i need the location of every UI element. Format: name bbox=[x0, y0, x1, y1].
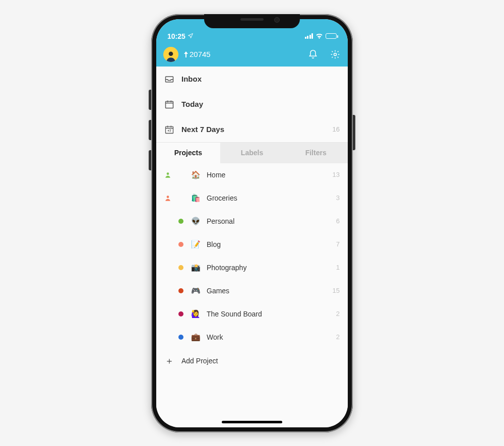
shared-person-icon bbox=[164, 195, 171, 202]
home-indicator[interactable] bbox=[222, 421, 282, 423]
project-row[interactable]: 🛍️Groceries3 bbox=[156, 186, 348, 210]
project-color-dot bbox=[178, 311, 183, 316]
project-color-dot bbox=[178, 219, 183, 224]
screen: 10:25 20745 bbox=[156, 19, 348, 427]
svg-point-1 bbox=[334, 53, 337, 55]
project-row[interactable]: 🎮Games15 bbox=[156, 279, 348, 302]
project-name: Photography bbox=[207, 264, 330, 272]
svg-text:+7: +7 bbox=[167, 129, 171, 133]
nav-inbox[interactable]: Inbox bbox=[156, 67, 348, 92]
nav-next7days[interactable]: +7 Next 7 Days 16 bbox=[156, 117, 348, 142]
battery-icon bbox=[326, 33, 337, 39]
project-count: 13 bbox=[333, 171, 340, 178]
calendar-today-icon bbox=[164, 99, 174, 109]
inbox-icon bbox=[164, 74, 174, 84]
nav-count: 16 bbox=[333, 125, 340, 133]
nav-label: Inbox bbox=[181, 75, 333, 83]
cellular-signal-icon bbox=[305, 33, 313, 39]
project-list: 🏠Home13🛍️Groceries3👽Personal6📝Blog7📸Phot… bbox=[156, 163, 348, 349]
project-row[interactable]: 💼Work2 bbox=[156, 326, 348, 349]
tab-labels[interactable]: Labels bbox=[220, 143, 284, 163]
plus-icon: ＋ bbox=[164, 355, 174, 367]
add-project-button[interactable]: ＋ Add Project bbox=[156, 349, 348, 373]
main-content: Inbox Today +7 Next 7 Days 16 Projects bbox=[156, 67, 348, 427]
shared-person-icon bbox=[164, 171, 171, 178]
karma-score[interactable]: 20745 bbox=[183, 50, 211, 58]
project-count: 3 bbox=[336, 194, 340, 202]
project-emoji-icon: 🙋‍♀️ bbox=[191, 309, 201, 318]
tab-projects[interactable]: Projects bbox=[156, 143, 220, 163]
project-row[interactable]: 📸Photography1 bbox=[156, 256, 348, 279]
project-emoji-icon: 📝 bbox=[191, 240, 201, 249]
project-emoji-icon: 📸 bbox=[191, 263, 201, 272]
tab-bar: Projects Labels Filters bbox=[156, 142, 348, 163]
app-header: 20745 bbox=[156, 42, 348, 67]
project-color-dot bbox=[178, 265, 183, 270]
project-row[interactable]: 📝Blog7 bbox=[156, 233, 348, 256]
project-count: 6 bbox=[336, 217, 340, 225]
nav-today[interactable]: Today bbox=[156, 92, 348, 117]
project-color-dot bbox=[178, 288, 183, 293]
project-emoji-icon: 🏠 bbox=[191, 170, 201, 179]
project-count: 7 bbox=[336, 240, 340, 248]
project-name: The Sound Board bbox=[207, 310, 330, 318]
project-name: Work bbox=[207, 333, 330, 341]
location-arrow-icon bbox=[187, 32, 194, 40]
gear-icon[interactable] bbox=[330, 49, 341, 60]
project-row[interactable]: 🙋‍♀️The Sound Board2 bbox=[156, 302, 348, 326]
svg-rect-3 bbox=[166, 101, 173, 108]
project-count: 2 bbox=[336, 333, 340, 341]
tab-filters[interactable]: Filters bbox=[284, 143, 348, 163]
project-color-dot bbox=[178, 242, 183, 247]
svg-point-7 bbox=[167, 196, 169, 198]
wifi-icon bbox=[316, 32, 323, 40]
project-count: 15 bbox=[333, 287, 340, 294]
project-name: Home bbox=[207, 171, 327, 179]
project-emoji-icon: 🎮 bbox=[191, 286, 201, 295]
nav-label: Today bbox=[181, 100, 333, 108]
project-name: Personal bbox=[207, 217, 330, 225]
project-name: Blog bbox=[207, 240, 330, 248]
svg-point-0 bbox=[169, 51, 173, 56]
project-emoji-icon: 👽 bbox=[191, 217, 201, 226]
add-project-label: Add Project bbox=[181, 357, 218, 365]
project-color-dot bbox=[178, 335, 183, 340]
project-count: 1 bbox=[336, 264, 340, 271]
nav-label: Next 7 Days bbox=[181, 125, 326, 134]
project-emoji-icon: 💼 bbox=[191, 333, 201, 342]
project-emoji-icon: 🛍️ bbox=[191, 194, 201, 203]
project-row[interactable]: 👽Personal6 bbox=[156, 210, 348, 233]
calendar-week-icon: +7 bbox=[164, 124, 174, 135]
svg-point-6 bbox=[167, 172, 169, 175]
project-count: 2 bbox=[336, 310, 340, 317]
project-name: Games bbox=[207, 287, 327, 295]
avatar[interactable] bbox=[163, 47, 178, 62]
project-name: Groceries bbox=[207, 194, 330, 202]
notch bbox=[204, 14, 300, 28]
status-time: 10:25 bbox=[167, 32, 185, 40]
bell-icon[interactable] bbox=[307, 49, 319, 60]
project-row[interactable]: 🏠Home13 bbox=[156, 163, 348, 186]
phone-frame: 10:25 20745 bbox=[151, 14, 353, 432]
